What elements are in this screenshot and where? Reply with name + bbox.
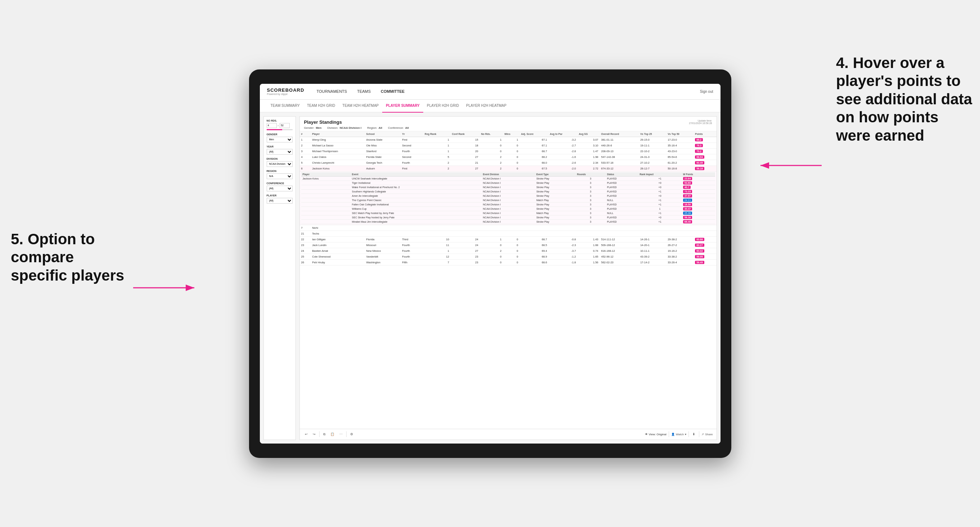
detail-header-row: Player Event Event Division Event Type R… bbox=[301, 172, 715, 177]
ellipsis-button[interactable]: ⋯ bbox=[338, 432, 344, 437]
table-row[interactable]: 26 Petr Hruby Washington Fifth 7 23 0 0 … bbox=[300, 259, 717, 265]
data-table-wrap: # Player School Yr Reg Rank Conf Rank No… bbox=[300, 131, 717, 429]
chevron-down-icon: ▾ bbox=[685, 433, 686, 436]
sub-nav-player-h2h-grid[interactable]: PLAYER H2H GRID bbox=[423, 100, 463, 113]
dth-event: Event bbox=[350, 172, 482, 177]
filter-division-select[interactable]: NCAA Division I bbox=[267, 161, 293, 167]
filter-row: Gender: Men Division: NCAA Division I Re… bbox=[304, 126, 712, 130]
table-row[interactable]: 25 Cole Sherwood Vanderbilt Fourth 12 23… bbox=[300, 254, 717, 259]
table-row[interactable]: 23 Jack Lundin Missouri Fourth 11 24 0 0… bbox=[300, 242, 717, 248]
update-time-area: Update time: 27/01/2024 16:56:26 bbox=[689, 119, 712, 124]
sub-nav-team-summary[interactable]: TEAM SUMMARY bbox=[267, 100, 304, 113]
filter-group-region: Region N/A bbox=[267, 170, 293, 179]
share-btn[interactable]: ↗ Share bbox=[702, 433, 713, 436]
settings-button[interactable]: ⚙ bbox=[349, 432, 355, 437]
dth-rounds: Rounds bbox=[576, 172, 605, 177]
sub-nav-team-h2h-heatmap[interactable]: TEAM H2H HEATMAP bbox=[339, 100, 382, 113]
filter-group-division: Division NCAA Division I bbox=[267, 157, 293, 167]
filter-group-year: Year (All) bbox=[267, 145, 293, 155]
arrow-left bbox=[130, 281, 202, 295]
download-button[interactable]: ⬇ bbox=[691, 432, 697, 437]
th-rank: # bbox=[300, 131, 311, 137]
content-area: Player Standings Update time: 27/01/2024… bbox=[299, 116, 717, 440]
sub-nav-team-h2h-grid[interactable]: TEAM H2H GRID bbox=[303, 100, 339, 113]
table-row[interactable]: 21 Techs bbox=[300, 230, 717, 237]
annotation-left: 5. Option to compare specific players bbox=[11, 230, 133, 284]
detail-row-item: Wake Forest Invitational at Pinehurst No… bbox=[301, 185, 715, 189]
table-row[interactable]: 1 Wenyi Ding Arizona State First 1 15 1 … bbox=[300, 137, 717, 143]
nav-committee[interactable]: COMMITTEE bbox=[379, 84, 406, 100]
logo-title: SCOREBOARD bbox=[267, 87, 304, 93]
nav-tournaments[interactable]: TOURNAMENTS bbox=[315, 84, 348, 100]
th-player: Player bbox=[310, 131, 364, 137]
filter-gender-display: Gender: Men bbox=[304, 126, 322, 130]
filter-region-select[interactable]: N/A bbox=[267, 173, 293, 179]
redo-button[interactable]: ↪ bbox=[311, 432, 317, 437]
player-table: # Player School Yr Reg Rank Conf Rank No… bbox=[300, 131, 717, 265]
th-reg-rank: Reg Rank bbox=[423, 131, 450, 137]
tablet-screen: SCOREBOARD Powered by clippd TOURNAMENTS… bbox=[260, 84, 721, 444]
undo-button[interactable]: ↩ bbox=[303, 432, 309, 437]
toolbar-divider bbox=[319, 431, 320, 437]
detail-row-item: Amer An Intercollegiate NCAA Division I … bbox=[301, 194, 715, 198]
right-annotation-text: 4. Hover over a player's points to see a… bbox=[836, 54, 972, 144]
filter-group-player: Player (All) bbox=[267, 194, 293, 203]
table-row[interactable]: 5 Christo Lamprecht Georgia Tech Fourth … bbox=[300, 160, 717, 165]
sub-nav-player-summary[interactable]: PLAYER SUMMARY bbox=[382, 100, 423, 113]
dth-rank-impact: Rank Impact bbox=[638, 172, 682, 177]
th-adj-score: Adj. Score bbox=[520, 131, 549, 137]
filter-year-select[interactable]: (All) bbox=[267, 149, 293, 155]
detail-row-item: Mirabei Maui Jim Intercollegiate NCAA Di… bbox=[301, 219, 715, 224]
bottom-toolbar: ↩ ↪ ⧉ 📋 ⋯ ⚙ 👁 View: Original bbox=[300, 429, 717, 440]
logo-sub: Powered by clippd bbox=[267, 93, 304, 95]
update-time-value: 27/01/2024 16:56:26 bbox=[689, 122, 712, 124]
dth-player: Player bbox=[301, 172, 350, 177]
th-avg-sg: Avg SG bbox=[577, 131, 600, 137]
toolbar-divider-2 bbox=[346, 431, 347, 437]
table-row-jackson[interactable]: 6 Jackson Koivu Auburn First 2 27 2 0 67… bbox=[300, 165, 717, 171]
detail-row-item: Williams Cup NCAA Division I Stroke Play… bbox=[301, 206, 715, 211]
copy-button[interactable]: ⧉ bbox=[322, 432, 327, 437]
th-school: School bbox=[365, 131, 401, 137]
table-row[interactable]: 24 Bastien Amat New Mexico Fourth 1 27 2… bbox=[300, 248, 717, 254]
table-row[interactable]: 22 Ian Gilligan Florida Third 10 24 1 0 … bbox=[300, 237, 717, 242]
sub-nav-player-h2h-heatmap[interactable]: PLAYER H2H HEATMAP bbox=[463, 100, 510, 113]
filter-player-label: Player bbox=[267, 194, 293, 197]
filter-group-conference: Conference (All) bbox=[267, 182, 293, 191]
th-rds: No Rds. bbox=[480, 131, 503, 137]
table-row[interactable]: 4 Luke Clatos Florida State Second 5 27 … bbox=[300, 154, 717, 160]
table-row[interactable]: 7 Nichi bbox=[300, 225, 717, 230]
eye-icon: 👁 bbox=[645, 433, 648, 436]
detail-row-item: SEC Match Play hosted by Jerry Pate NCAA… bbox=[301, 211, 715, 215]
arrow-right bbox=[757, 155, 829, 176]
filter-player-select[interactable]: (All) bbox=[267, 198, 293, 203]
filter-year-label: Year bbox=[267, 145, 293, 148]
watch-btn[interactable]: 👤 Watch ▾ bbox=[671, 433, 686, 436]
left-annotation-text: 5. Option to compare specific players bbox=[11, 230, 124, 284]
th-yr: Yr bbox=[401, 131, 423, 137]
th-record: Overall Record bbox=[600, 131, 639, 137]
detail-row-item: Jackson Koivu UNCW Seahawk Intercollegia… bbox=[301, 176, 715, 181]
filter-rds-label: No Rds. bbox=[267, 119, 293, 122]
filter-rds-from[interactable] bbox=[267, 123, 277, 128]
filter-division-label: Division bbox=[267, 157, 293, 160]
view-original-btn[interactable]: 👁 View: Original bbox=[645, 433, 667, 436]
range-slider[interactable] bbox=[267, 129, 293, 130]
watch-icon: 👤 bbox=[671, 433, 675, 436]
filter-conference-select[interactable]: (All) bbox=[267, 186, 293, 191]
dth-w-points: W Points bbox=[682, 172, 715, 177]
update-time-label: Update time: bbox=[689, 119, 712, 122]
paste-button[interactable]: 📋 bbox=[329, 432, 336, 437]
sign-out-link[interactable]: Sign out bbox=[700, 90, 713, 94]
filter-region-display: Region: All bbox=[367, 126, 382, 130]
table-row[interactable]: 3 Michael Thorbjornsen Stanford Fourth 1… bbox=[300, 148, 717, 154]
filter-gender-select[interactable]: Men Women bbox=[267, 137, 293, 143]
nav-teams[interactable]: TEAMS bbox=[356, 84, 372, 100]
table-row[interactable]: 2 Michael La Sasso Ole Miss Second 1 18 … bbox=[300, 143, 717, 148]
detail-expansion-row: Player Event Event Division Event Type R… bbox=[300, 171, 717, 225]
filter-group-gender: Gender Men Women bbox=[267, 133, 293, 143]
section-title: Player Standings bbox=[304, 119, 342, 125]
sidebar-filters: No Rds. - Gender Men bbox=[263, 116, 296, 440]
filter-rds-to[interactable] bbox=[280, 123, 290, 128]
toolbar-divider-4 bbox=[689, 431, 689, 437]
